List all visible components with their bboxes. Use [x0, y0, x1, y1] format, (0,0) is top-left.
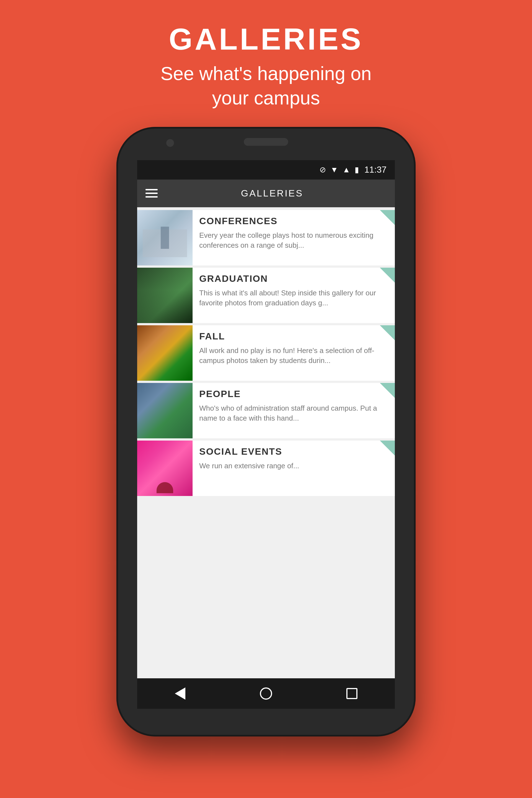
list-item[interactable]: FALL All work and no play is no fun! Her… — [137, 325, 395, 381]
corner-tag — [380, 268, 395, 283]
graduation-title: GRADUATION — [199, 273, 386, 284]
wifi-icon: ▼ — [330, 166, 338, 174]
graduation-content: GRADUATION This is what it's all about! … — [193, 268, 395, 323]
page-header: GALLERIES See what's happening onyour ca… — [160, 22, 372, 110]
page-subtitle: See what's happening onyour campus — [160, 61, 372, 110]
graduation-image — [137, 268, 193, 323]
phone-top-bar — [116, 127, 416, 160]
hamburger-line-3 — [146, 196, 158, 197]
list-item[interactable]: SOCIAL EVENTS We run an extensive range … — [137, 440, 395, 496]
people-content: PEOPLE Who's who of administration staff… — [193, 383, 395, 438]
status-time: 11:37 — [364, 165, 386, 175]
phone-nav-bar — [137, 678, 395, 709]
phone-speaker — [244, 138, 288, 146]
conferences-content: CONFERENCES Every year the college plays… — [193, 210, 395, 265]
app-screen: GALLERIES CONFERENCES Every year the col… — [137, 179, 395, 709]
home-button[interactable] — [255, 682, 277, 705]
conferences-image — [137, 210, 193, 265]
no-sim-icon: ⊘ — [320, 165, 326, 174]
signal-icon: ▲ — [342, 166, 350, 174]
phone-camera — [166, 139, 174, 147]
page-title: GALLERIES — [160, 22, 372, 56]
fall-desc: All work and no play is no fun! Here's a… — [199, 345, 386, 366]
back-icon — [175, 687, 185, 700]
people-desc: Who's who of administration staff around… — [199, 403, 386, 423]
social-desc: We run an extensive range of... — [199, 461, 386, 471]
list-item[interactable]: CONFERENCES Every year the college plays… — [137, 210, 395, 265]
conferences-desc: Every year the college plays host to num… — [199, 230, 386, 250]
toolbar-title: GALLERIES — [158, 188, 386, 199]
list-item[interactable]: GRADUATION This is what it's all about! … — [137, 268, 395, 323]
graduation-desc: This is what it's all about! Step inside… — [199, 288, 386, 308]
recent-apps-button[interactable] — [341, 682, 363, 705]
list-item[interactable]: PEOPLE Who's who of administration staff… — [137, 383, 395, 438]
fall-image — [137, 325, 193, 381]
hamburger-line-1 — [146, 189, 158, 190]
status-icons: ⊘ ▼ ▲ ▮ — [320, 165, 359, 174]
hamburger-button[interactable] — [146, 189, 158, 197]
phone-shell: ⊘ ▼ ▲ ▮ 11:37 GALLERIES CONFERENCES — [116, 127, 416, 737]
corner-tag — [380, 440, 395, 456]
recent-apps-icon — [346, 688, 358, 699]
status-bar: ⊘ ▼ ▲ ▮ 11:37 — [137, 160, 395, 179]
back-button[interactable] — [169, 682, 191, 705]
gallery-list: CONFERENCES Every year the college plays… — [137, 207, 395, 678]
app-toolbar: GALLERIES — [137, 179, 395, 207]
fall-content: FALL All work and no play is no fun! Her… — [193, 325, 395, 381]
people-image — [137, 383, 193, 438]
social-content: SOCIAL EVENTS We run an extensive range … — [193, 440, 395, 496]
corner-tag — [380, 210, 395, 225]
social-title: SOCIAL EVENTS — [199, 446, 386, 457]
hamburger-line-2 — [146, 193, 158, 194]
conferences-title: CONFERENCES — [199, 215, 386, 226]
battery-icon: ▮ — [355, 165, 359, 174]
people-title: PEOPLE — [199, 388, 386, 399]
fall-title: FALL — [199, 331, 386, 342]
corner-tag — [380, 325, 395, 340]
corner-tag — [380, 383, 395, 398]
social-image — [137, 440, 193, 496]
home-icon — [260, 687, 272, 700]
